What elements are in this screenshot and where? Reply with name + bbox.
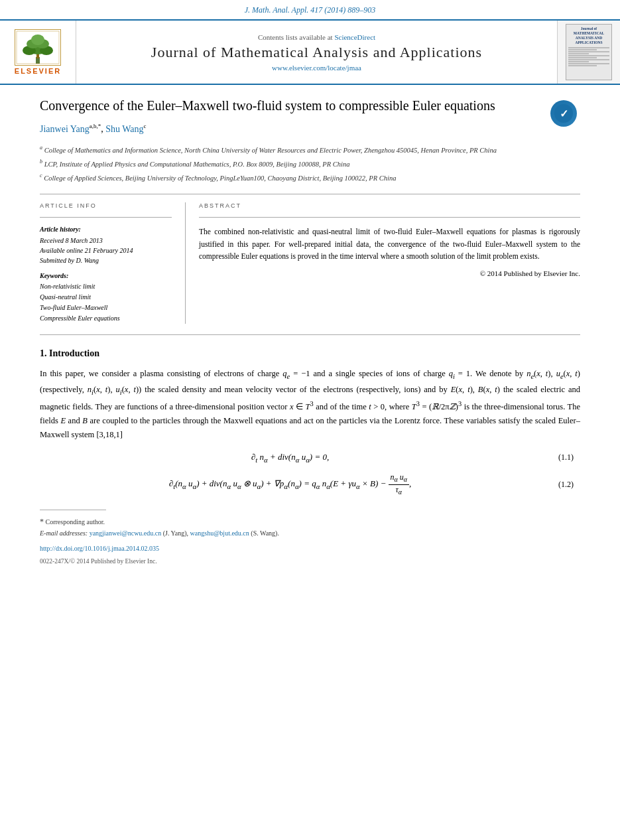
abstract-copyright: © 2014 Published by Elsevier Inc.: [199, 269, 580, 277]
keyword-2: Quasi-neutral limit: [40, 292, 172, 303]
equation-1-1-number: (1.1): [534, 453, 574, 462]
article-history-title: Article history:: [40, 226, 172, 233]
main-content: Convergence of the Euler–Maxwell two-flu…: [0, 85, 620, 579]
email-yang[interactable]: yangjianwei@ncwu.edu.cn: [90, 529, 162, 537]
affil-c: c College of Applied Sciences, Beijing U…: [40, 172, 580, 183]
journal-reference: J. Math. Anal. Appl. 417 (2014) 889–903: [0, 0, 620, 19]
keyword-4: Compressible Euler equations: [40, 313, 172, 324]
svg-text:✓: ✓: [560, 108, 568, 119]
intro-paragraph: In this paper, we consider a plasma cons…: [40, 367, 580, 442]
equation-1-2-content: ∂t(nα uα) + div(nα uα ⊗ uα) + ∇pα(nα) = …: [46, 472, 534, 496]
equation-1-1-content: ∂t nα + div(nα uα) = 0,: [46, 452, 534, 464]
abstract-label: ABSTRACT: [199, 202, 580, 209]
abstract-text: The combined non-relativistic and quasi-…: [199, 226, 580, 262]
journal-title: Journal of Mathematical Analysis and App…: [151, 44, 482, 61]
equation-1-1-block: ∂t nα + div(nα uα) = 0, (1.1): [40, 452, 580, 464]
header-center: Contents lists available at ScienceDirec…: [76, 21, 557, 84]
article-info-abstract-layout: ARTICLE INFO Article history: Received 8…: [40, 202, 580, 324]
keyword-1: Non-relativistic limit: [40, 281, 172, 292]
intro-heading: 1. Introduction: [40, 348, 580, 359]
svg-point-7: [31, 35, 44, 45]
journal-cover-image: Journal ofMATHEMATICALANALYSIS ANDAPPLIC…: [566, 24, 612, 80]
divider-abstract-top: [199, 217, 580, 218]
journal-thumbnail: Journal ofMATHEMATICALANALYSIS ANDAPPLIC…: [557, 21, 620, 84]
divider-1: [40, 194, 580, 194]
crossmark-icon: ✓: [550, 100, 577, 127]
author-secondary: Shu Wang: [105, 124, 143, 134]
footer-divider: [40, 510, 106, 510]
article-info-column: ARTICLE INFO Article history: Received 8…: [40, 202, 186, 324]
paper-title: Convergence of the Euler–Maxwell two-flu…: [40, 97, 580, 115]
affil-b: b LCP, Institute of Applied Physics and …: [40, 158, 580, 169]
doi-link[interactable]: http://dx.doi.org/10.1016/j.jmaa.2014.02…: [40, 545, 159, 552]
journal-url[interactable]: www.elsevier.com/locate/jmaa: [272, 64, 361, 72]
submitted-by: Submitted by D. Wang: [40, 255, 172, 265]
issn-copyright: 0022-247X/© 2014 Published by Elsevier I…: [40, 558, 157, 565]
intro-section-title: Introduction: [49, 348, 99, 358]
elsevier-brand-text: ELSEVIER: [15, 67, 61, 75]
article-info-label: ARTICLE INFO: [40, 202, 172, 209]
keywords-title: Keywords:: [40, 272, 172, 279]
intro-section-num: 1.: [40, 348, 47, 358]
crossmark-badge[interactable]: ✓: [547, 97, 580, 130]
email-wang[interactable]: wangshu@bjut.edu.cn: [190, 529, 249, 537]
contents-availability: Contents lists available at ScienceDirec…: [258, 33, 375, 41]
divider-info-top: [40, 217, 172, 218]
header-banner: ELSEVIER Contents lists available at Sci…: [0, 19, 620, 85]
equation-1-2-number: (1.2): [534, 480, 574, 490]
authors-line: Jianwei Yanga,b,*, Shu Wangc: [40, 123, 580, 135]
equation-1-2-block: ∂t(nα uα) + div(nα uα ⊗ uα) + ∇pα(nα) = …: [40, 472, 580, 496]
available-date: Available online 21 February 2014: [40, 245, 172, 255]
affiliations-block: a College of Mathematics and Information…: [40, 144, 580, 184]
footer-corresponding: * Corresponding author. E-mail addresses…: [40, 516, 580, 539]
received-date: Received 8 March 2013: [40, 236, 172, 245]
abstract-column: ABSTRACT The combined non-relativistic a…: [186, 202, 580, 324]
affil-a: a College of Mathematics and Information…: [40, 144, 580, 155]
elsevier-logo-left: ELSEVIER: [0, 21, 76, 84]
divider-2: [40, 334, 580, 335]
keyword-3: Two-fluid Euler–Maxwell: [40, 303, 172, 313]
elsevier-tree-icon: [15, 29, 61, 66]
author-primary: Jianwei Yang: [40, 124, 90, 134]
